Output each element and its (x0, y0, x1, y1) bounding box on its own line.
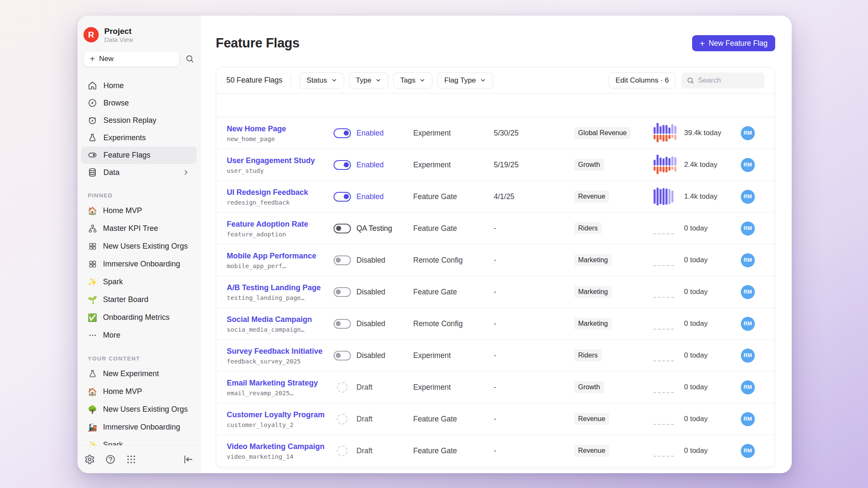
search-input[interactable] (698, 76, 760, 85)
status-label: Draft (356, 415, 373, 424)
status-toggle[interactable] (334, 255, 351, 265)
status-label: Disabled (356, 351, 385, 360)
your-content-item-new-experiment[interactable]: New Experiment (81, 365, 197, 383)
flag-name-link[interactable]: User Engagement Study (227, 155, 334, 166)
pinned-item-home-mvp[interactable]: 🏠 Home MVP (81, 202, 197, 220)
table-row[interactable]: Customer Loyalty Program customer_loyalt… (216, 403, 775, 435)
flag-name-link[interactable]: A/B Testing Landing Page (227, 283, 334, 293)
flag-key: video_marketing_14 (227, 453, 334, 460)
filter-pill-type[interactable]: Type (349, 72, 389, 89)
filter-pill-flag-type[interactable]: Flag Type (437, 72, 492, 89)
pinned-item-master-kpi-tree[interactable]: Master KPI Tree (81, 220, 197, 238)
flag-name-link[interactable]: Customer Loyalty Program (227, 410, 334, 420)
sidebar-nav-item-experiments[interactable]: Experiments (81, 129, 197, 147)
flag-key: mobile_app_perf… (227, 263, 334, 269)
table-row[interactable]: New Home Page new_home_page Enabled Expe… (216, 117, 775, 149)
usage-bar (659, 126, 662, 134)
pinned-item-more[interactable]: More (81, 327, 197, 344)
table-row[interactable]: Email Marketing Strategy email_revamp_20… (216, 372, 775, 403)
filter-pill-tags[interactable]: Tags (393, 72, 432, 89)
status-toggle[interactable] (334, 128, 351, 138)
flag-name-link[interactable]: Social Media Campaign (227, 314, 334, 324)
flag-name-link[interactable]: Video Marketing Campaign (227, 441, 334, 452)
table-row[interactable]: User Engagement Study user_study Enabled… (216, 149, 775, 181)
tag-pill[interactable]: Riders (574, 222, 601, 234)
filter-pill-label: Tags (400, 76, 415, 85)
edit-columns-button[interactable]: Edit Columns · 6 (609, 72, 676, 89)
creator-cell: RM (741, 444, 775, 458)
project-switcher[interactable]: R Project Data View (78, 16, 200, 49)
status-toggle[interactable] (334, 224, 351, 233)
table-row[interactable]: Survey Feedback Initiative feedback_surv… (216, 340, 775, 372)
apps-grid-icon[interactable] (126, 454, 136, 465)
tag-pill[interactable]: Revenue (574, 445, 609, 457)
new-button[interactable]: + New (83, 51, 179, 67)
status-toggle[interactable] (334, 160, 351, 170)
creator-avatar: RM (741, 158, 755, 172)
flag-name-link[interactable]: Mobile App Performance (227, 251, 334, 261)
collapse-sidebar-icon[interactable] (183, 454, 193, 465)
table-row[interactable]: UI Redesign Feedback redesign_feedback E… (216, 181, 775, 213)
creator-avatar: RM (741, 126, 755, 140)
flag-name-link[interactable]: Survey Feedback Initiative (227, 346, 334, 356)
your-content-item-new-users-existing-orgs[interactable]: 🌳 New Users Existing Orgs (81, 401, 197, 419)
table-row[interactable]: A/B Testing Landing Page testing_landing… (216, 276, 775, 308)
status-toggle[interactable] (334, 319, 351, 329)
dashboard-grid-icon (88, 242, 97, 251)
feature-flags-card: 50 Feature Flags Status Type Tags (216, 67, 775, 469)
tag-pill[interactable]: Marketing (574, 318, 612, 330)
filter-pill-status[interactable]: Status (300, 72, 344, 89)
tag-pill[interactable]: Global Revenue (574, 127, 631, 139)
status-toggle[interactable] (337, 382, 348, 393)
help-icon[interactable] (105, 454, 116, 465)
pinned-item-spark[interactable]: ✨ Spark (81, 273, 197, 291)
filter-pill-label: Flag Type (444, 76, 476, 85)
tag-pill[interactable]: Marketing (574, 286, 612, 298)
table-row[interactable]: Feature Adoption Rate feature_adoption Q… (216, 213, 775, 244)
tag-pill[interactable]: Revenue (574, 413, 609, 425)
pinned-item-starter-board[interactable]: 🌱 Starter Board (81, 291, 197, 309)
flag-name-link[interactable]: Email Marketing Strategy (227, 378, 334, 388)
table-row[interactable]: Video Marketing Campaign video_marketing… (216, 435, 775, 467)
status-toggle[interactable] (337, 414, 348, 424)
usage-bar (668, 128, 670, 134)
new-feature-flag-button[interactable]: + New Feature Flag (692, 35, 775, 51)
sidebar-nav-item-session-replay[interactable]: Session Replay (81, 112, 197, 129)
sidebar-nav-item-data[interactable]: Data (81, 164, 197, 181)
table-search[interactable] (682, 72, 765, 89)
enabled-since-cell: - (494, 351, 574, 360)
flag-name-link[interactable]: Feature Adoption Rate (227, 219, 334, 229)
sidebar-nav-item-feature-flags[interactable]: Feature Flags (81, 147, 197, 164)
status-toggle[interactable] (334, 351, 351, 360)
daily-usage-cell: 0 today (654, 383, 741, 391)
pinned-item-immersive-onboarding[interactable]: Immersive Onboarding (81, 255, 197, 273)
usage-bar (662, 166, 665, 172)
usage-bar (662, 125, 665, 134)
search-icon[interactable] (185, 54, 194, 63)
tag-pill[interactable]: Revenue (574, 191, 609, 202)
your-content-item-immersive-onboarding[interactable]: 🚂 Immersive Onboarding (81, 419, 197, 436)
your-content-item-home-mvp[interactable]: 🏠 Home MVP (81, 383, 197, 401)
status-toggle[interactable] (337, 446, 348, 456)
status-label: QA Testing (356, 224, 392, 233)
sidebar-nav-item-home[interactable]: Home (81, 77, 197, 94)
sidebar-nav-item-browse[interactable]: Browse (81, 94, 197, 112)
tree-emoji-icon: 🌳 (88, 405, 97, 414)
settings-gear-icon[interactable] (84, 454, 95, 465)
table-row[interactable]: Mobile App Performance mobile_app_perf… … (216, 244, 775, 276)
tag-pill[interactable]: Growth (574, 381, 604, 393)
pinned-item-onboarding-metrics[interactable]: ✅ Onboarding Metrics (81, 309, 197, 327)
flag-type-cell: Remote Config (413, 319, 494, 328)
table-row[interactable]: Social Media Campaign socia_media_campai… (216, 308, 775, 340)
status-toggle[interactable] (334, 192, 351, 202)
status-toggle[interactable] (334, 287, 351, 297)
creator-cell: RM (741, 222, 775, 236)
plus-icon: + (90, 55, 95, 63)
flag-name-link[interactable]: UI Redesign Feedback (227, 187, 334, 197)
flag-name-link[interactable]: New Home Page (227, 124, 334, 134)
pinned-item-new-users-existing-orgs[interactable]: New Users Existing Orgs (81, 238, 197, 255)
tag-pill[interactable]: Growth (574, 159, 604, 171)
check-emoji-icon: ✅ (88, 313, 97, 322)
tag-pill[interactable]: Riders (574, 349, 601, 361)
tag-pill[interactable]: Marketing (574, 254, 612, 266)
